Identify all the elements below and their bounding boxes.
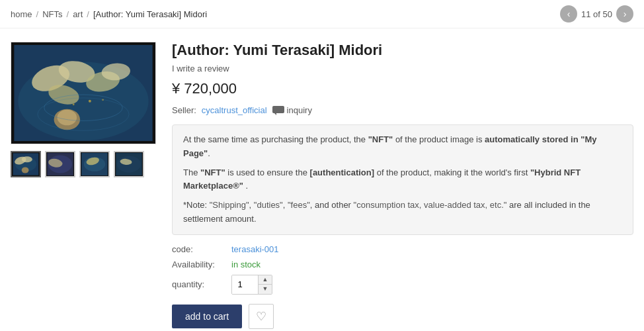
pagination-nav: ‹ 11 of 50 › [560,5,633,23]
breadcrumb-nfts[interactable]: NFTs [42,9,62,19]
product-price: ¥ 720,000 [172,80,633,97]
inquiry-label: inquiry [287,105,312,115]
nft-info-1: At the same time as purchasing the produ… [183,133,622,161]
quantity-row: quantity: ▲ ▼ [172,275,633,295]
add-to-cart-button[interactable]: add to cart [172,305,242,328]
prev-button[interactable]: ‹ [560,5,577,23]
review-link[interactable]: I write a review [172,64,229,73]
chat-icon [272,106,284,115]
pagination-text: 11 of 50 [581,9,612,19]
svg-point-8 [58,110,77,126]
breadcrumb-art[interactable]: art [73,9,83,19]
breadcrumb-home[interactable]: home [11,9,32,19]
availability-value: in stock [231,260,261,269]
quantity-label: quantity: [172,279,231,289]
product-info: [Author: Yumi Terasaki] Midori I write a… [172,42,633,329]
inquiry-button[interactable]: inquiry [272,105,312,115]
main-product-image[interactable] [11,42,156,144]
wishlist-button[interactable]: ♡ [249,304,274,329]
availability-row: Availability: in stock [172,260,633,269]
svg-point-11 [89,100,91,103]
thumbnail-row [11,151,156,177]
svg-point-12 [73,103,75,105]
seller-link[interactable]: cycaltrust_official [202,105,267,115]
code-label: code: [172,244,231,254]
product-images [11,42,156,329]
main-content: [Author: Yumi Terasaki] Midori I write a… [0,28,644,331]
header: home / NFTs / art / [Author: Yumi Terasa… [0,0,644,28]
quantity-control: ▲ ▼ [231,275,272,295]
availability-label: Availability: [172,260,231,269]
svg-point-13 [102,99,104,101]
nft-info-box: At the same time as purchasing the produ… [172,124,633,235]
svg-point-18 [22,156,32,162]
seller-label: Seller: [172,105,196,115]
breadcrumb-separator-1: / [36,9,39,19]
thumbnail-1[interactable] [11,151,41,177]
quantity-arrows: ▲ ▼ [259,275,272,294]
thumbnail-2[interactable] [45,151,75,177]
svg-marker-34 [274,113,276,115]
product-title: [Author: Yumi Terasaki] Midori [172,42,633,59]
next-button[interactable]: › [616,5,633,23]
nft-info-3: *Note: "Shipping", "duties", "fees", and… [183,199,622,226]
thumbnail-3[interactable] [79,151,110,177]
nft-info-2: The "NFT" is used to ensure the [authent… [183,166,622,194]
breadcrumb-separator-3: / [87,9,89,19]
breadcrumb: home / NFTs / art / [Author: Yumi Terasa… [11,9,207,19]
code-row: code: terasaki-001 [172,244,633,254]
thumbnail-4[interactable] [114,151,144,177]
svg-point-19 [22,167,29,173]
quantity-up-button[interactable]: ▲ [259,275,272,285]
seller-row: Seller: cycaltrust_official inquiry [172,105,633,115]
heart-icon: ♡ [256,309,266,324]
breadcrumb-separator-2: / [67,9,69,19]
code-value: terasaki-001 [231,244,279,254]
svg-rect-33 [272,106,284,113]
quantity-down-button[interactable]: ▼ [259,285,272,294]
breadcrumb-current: [Author: Yumi Terasaki] Midori [93,9,207,19]
action-row: add to cart ♡ [172,304,633,329]
quantity-input[interactable] [232,275,259,294]
